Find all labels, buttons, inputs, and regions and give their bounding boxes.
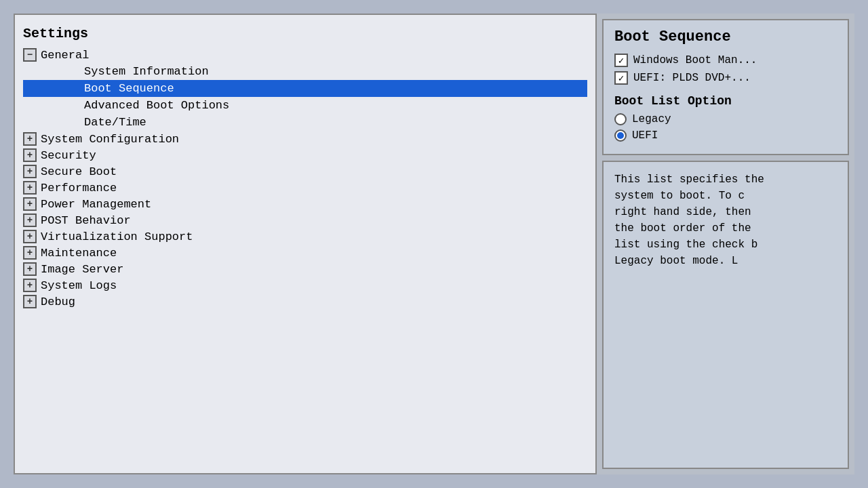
tree-item-power-mgmt: + Power Management xyxy=(23,196,587,212)
boot-item-uefi-plds: UEFI: PLDS DVD+... xyxy=(614,71,837,85)
settings-title: Settings xyxy=(23,26,587,41)
general-label: General xyxy=(41,49,89,62)
system-config-expand-icon[interactable]: + xyxy=(23,132,37,146)
description-text: This list specifies the system to boot. … xyxy=(614,171,837,269)
tree-item-boot-sequence: Boot Sequence xyxy=(23,80,587,97)
left-panel: Settings − General System Information xyxy=(14,14,597,474)
legacy-radio[interactable] xyxy=(614,113,627,125)
secure-boot-row[interactable]: + Secure Boot xyxy=(23,163,587,180)
performance-label: Performance xyxy=(41,182,117,195)
tree-item-system-config: + System Configuration xyxy=(23,131,587,147)
secure-boot-label: Secure Boot xyxy=(41,165,117,178)
post-behavior-expand-icon[interactable]: + xyxy=(23,214,37,227)
tree-item-secure-boot: + Secure Boot xyxy=(23,163,587,180)
tree-item-image-server: + Image Server xyxy=(23,261,587,277)
security-label: Security xyxy=(41,149,96,162)
tree-item-general: − General System Information Boot Sequen… xyxy=(23,47,587,131)
uefi-plds-label: UEFI: PLDS DVD+... xyxy=(633,72,751,84)
description-panel: This list specifies the system to boot. … xyxy=(602,161,849,469)
windows-boot-label: Windows Boot Man... xyxy=(633,54,757,66)
uefi-label: UEFI xyxy=(632,129,658,142)
maintenance-label: Maintenance xyxy=(41,247,117,260)
system-config-row[interactable]: + System Configuration xyxy=(23,131,587,147)
debug-label: Debug xyxy=(41,296,75,308)
uefi-plds-checkbox[interactable] xyxy=(614,71,628,85)
tree-item-maintenance: + Maintenance xyxy=(23,245,587,261)
post-behavior-label: POST Behavior xyxy=(41,214,131,227)
system-info-row[interactable]: System Information xyxy=(23,63,587,80)
post-behavior-row[interactable]: + POST Behavior xyxy=(23,212,587,228)
tree-item-system-info: System Information xyxy=(23,63,587,80)
general-expand-icon[interactable]: − xyxy=(23,48,37,62)
virtualization-label: Virtualization Support xyxy=(41,230,193,243)
tree-item-datetime: Date/Time xyxy=(23,114,587,131)
legacy-label: Legacy xyxy=(632,113,671,125)
advanced-boot-row[interactable]: Advanced Boot Options xyxy=(23,97,587,114)
windows-boot-checkbox[interactable] xyxy=(614,54,628,67)
boot-item-windows: Windows Boot Man... xyxy=(614,54,837,67)
general-children: System Information Boot Sequence Advance… xyxy=(23,63,587,131)
maintenance-row[interactable]: + Maintenance xyxy=(23,245,587,261)
image-server-expand-icon[interactable]: + xyxy=(23,262,37,276)
security-expand-icon[interactable]: + xyxy=(23,148,37,162)
virtualization-row[interactable]: + Virtualization Support xyxy=(23,228,587,245)
general-row[interactable]: − General xyxy=(23,47,587,63)
virtualization-expand-icon[interactable]: + xyxy=(23,230,37,243)
boot-list-option-title: Boot List Option xyxy=(614,94,837,108)
tree-item-post-behavior: + POST Behavior xyxy=(23,212,587,228)
tree-item-performance: + Performance xyxy=(23,180,587,196)
power-mgmt-row[interactable]: + Power Management xyxy=(23,196,587,212)
tree-item-debug: + Debug xyxy=(23,293,587,310)
boot-sequence-section-title: Boot Sequence xyxy=(614,28,837,45)
system-info-label: System Information xyxy=(84,65,209,78)
tree-root: − General System Information Boot Sequen… xyxy=(23,47,587,310)
right-panel: Boot Sequence Windows Boot Man... UEFI: … xyxy=(597,14,854,474)
image-server-row[interactable]: + Image Server xyxy=(23,261,587,277)
system-logs-label: System Logs xyxy=(41,279,117,292)
tree-item-system-logs: + System Logs xyxy=(23,277,587,293)
uefi-radio[interactable] xyxy=(614,129,627,142)
datetime-label: Date/Time xyxy=(84,116,146,129)
tree-item-virtualization: + Virtualization Support xyxy=(23,228,587,245)
legacy-option: Legacy xyxy=(614,113,837,125)
secure-boot-expand-icon[interactable]: + xyxy=(23,165,37,178)
security-row[interactable]: + Security xyxy=(23,147,587,163)
maintenance-expand-icon[interactable]: + xyxy=(23,246,37,260)
boot-sequence-row[interactable]: Boot Sequence xyxy=(23,80,587,97)
power-mgmt-expand-icon[interactable]: + xyxy=(23,197,37,211)
system-config-label: System Configuration xyxy=(41,133,179,146)
performance-expand-icon[interactable]: + xyxy=(23,181,37,195)
datetime-row[interactable]: Date/Time xyxy=(23,114,587,131)
performance-row[interactable]: + Performance xyxy=(23,180,587,196)
image-server-label: Image Server xyxy=(41,263,123,276)
power-mgmt-label: Power Management xyxy=(41,198,151,211)
system-logs-row[interactable]: + System Logs xyxy=(23,277,587,293)
debug-row[interactable]: + Debug xyxy=(23,293,587,310)
debug-expand-icon[interactable]: + xyxy=(23,295,37,308)
tree-item-advanced-boot: Advanced Boot Options xyxy=(23,97,587,114)
boot-sequence-label: Boot Sequence xyxy=(84,82,174,95)
boot-sequence-panel: Boot Sequence Windows Boot Man... UEFI: … xyxy=(602,19,849,155)
advanced-boot-label: Advanced Boot Options xyxy=(84,99,229,112)
system-logs-expand-icon[interactable]: + xyxy=(23,279,37,292)
main-container: Settings − General System Information xyxy=(14,14,854,474)
tree-item-security: + Security xyxy=(23,147,587,163)
uefi-option: UEFI xyxy=(614,129,837,142)
boot-list-section: Boot List Option Legacy UEFI xyxy=(614,94,837,142)
